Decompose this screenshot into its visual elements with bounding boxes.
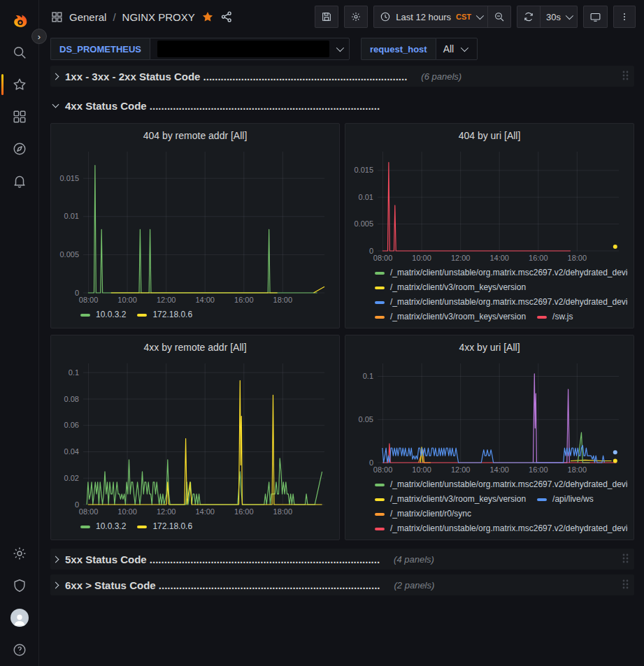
svg-text:0.005: 0.005: [59, 250, 79, 259]
legend-swatch: [375, 484, 385, 486]
svg-text:14:00: 14:00: [195, 296, 215, 304]
row-title: 6xx > Status Code ......................…: [65, 579, 380, 591]
legend-item[interactable]: /_matrix/client/unstable/org.matrix.msc2…: [375, 478, 628, 491]
svg-text:12:00: 12:00: [451, 254, 471, 262]
svg-text:0.04: 0.04: [64, 447, 79, 456]
sidebar-item-help[interactable]: [0, 634, 39, 666]
sidebar-item-explore[interactable]: [0, 133, 39, 165]
breadcrumb-separator: /: [113, 11, 115, 23]
zoom-out-icon: [494, 11, 505, 22]
svg-text:14:00: 14:00: [195, 507, 215, 516]
svg-text:16:00: 16:00: [234, 507, 254, 516]
breadcrumb-section[interactable]: General: [69, 11, 106, 23]
panel-title[interactable]: 404 by uri [All]: [351, 126, 628, 145]
sidebar-item-dashboards[interactable]: [0, 101, 39, 133]
drag-handle-icon[interactable]: [622, 553, 629, 566]
panel-title[interactable]: 4xx by uri [All]: [351, 338, 628, 356]
legend-item[interactable]: /_matrix/client/unstable/org.matrix.msc2…: [375, 266, 628, 280]
legend-item[interactable]: 10.0.3.2: [80, 308, 126, 321]
row-panel-count: (4 panels): [394, 554, 434, 565]
legend-label: /_matrix/client/unstable/org.matrix.msc2…: [390, 522, 628, 534]
legend-item[interactable]: /_matrix/client/v3/room_keys/version: [375, 493, 526, 506]
row-1xx-3xx-2xx[interactable]: 1xx - 3xx - 2xx Status Code ............…: [50, 66, 634, 87]
row-5xx[interactable]: 5xx Status Code ........................…: [50, 549, 634, 570]
svg-text:0.015: 0.015: [59, 174, 79, 182]
legend-swatch: [137, 526, 147, 528]
breadcrumb-page-title[interactable]: NGINX PROXY: [122, 11, 195, 23]
legend-item[interactable]: /_matrix/client/unstable/org.matrix.msc2…: [375, 296, 628, 309]
refresh-group: 30s: [517, 6, 578, 28]
time-range-picker[interactable]: Last 12 hours CST: [373, 6, 487, 28]
svg-text:18:00: 18:00: [568, 465, 587, 474]
timeseries-chart: 00.0050.010.01508:0010:0012:0014:0016:00…: [351, 145, 627, 263]
help-icon: [12, 642, 27, 658]
svg-text:0.08: 0.08: [64, 395, 79, 403]
sidebar-item-configuration[interactable]: [0, 537, 39, 570]
svg-text:18:00: 18:00: [273, 296, 293, 304]
svg-text:0.1: 0.1: [363, 372, 373, 380]
refresh-interval-picker[interactable]: 30s: [540, 6, 578, 28]
drag-handle-icon[interactable]: [622, 579, 629, 592]
sidebar-item-starred[interactable]: [0, 68, 39, 101]
legend-item[interactable]: 172.18.0.6: [137, 308, 192, 321]
legend-label: /_matrix/client/unstable/org.matrix.msc2…: [390, 266, 628, 280]
variable-request-host-label: request_host: [361, 38, 436, 60]
svg-text:0.05: 0.05: [359, 415, 373, 424]
svg-text:08:00: 08:00: [373, 254, 393, 262]
svg-text:0.005: 0.005: [354, 219, 373, 228]
legend-label: 172.18.0.6: [152, 520, 192, 533]
sidebar-item-alerting[interactable]: [0, 165, 39, 197]
more-options-button[interactable]: [613, 6, 636, 28]
svg-text:18:00: 18:00: [273, 507, 293, 516]
legend-item[interactable]: /_matrix/client/r0/sync: [375, 507, 471, 521]
save-dashboard-button[interactable]: [315, 6, 338, 28]
zoom-out-time-button[interactable]: [487, 6, 511, 28]
legend-item[interactable]: /api/live/ws: [537, 493, 594, 506]
sidebar-item-profile[interactable]: [0, 602, 39, 634]
dashboards-icon: [12, 109, 27, 124]
legend-swatch: [375, 498, 385, 501]
favorite-star-icon[interactable]: [201, 10, 214, 23]
legend-label: 10.0.3.2: [96, 520, 126, 533]
apps-grid-icon[interactable]: [50, 10, 63, 23]
tv-mode-button[interactable]: [583, 6, 608, 28]
share-icon[interactable]: [220, 10, 233, 23]
sidebar-expand-button[interactable]: ›: [31, 29, 47, 44]
variable-request-host-select[interactable]: All: [436, 38, 478, 60]
legend-item[interactable]: 10.0.3.2: [80, 520, 126, 533]
variable-datasource-select[interactable]: [150, 38, 350, 60]
legend-label: /sw.js: [552, 310, 573, 322]
dashboard-settings-button[interactable]: [344, 6, 368, 28]
chevron-down-icon: [336, 44, 344, 52]
chevron-right-icon: [52, 73, 59, 80]
variable-datasource: DS_PROMETHEUS: [50, 38, 350, 60]
refresh-button[interactable]: [517, 6, 540, 28]
legend-item[interactable]: /_matrix/client/unstable/org.matrix.msc2…: [375, 522, 628, 534]
panel-title[interactable]: 404 by remote addr [All]: [57, 126, 334, 145]
svg-text:0.1: 0.1: [69, 368, 79, 377]
legend-swatch: [375, 316, 385, 319]
compass-icon: [12, 141, 27, 157]
svg-text:10:00: 10:00: [412, 254, 431, 262]
gear-icon: [350, 11, 362, 22]
legend-swatch: [80, 526, 90, 528]
legend-item[interactable]: /_matrix/client/v3/room_keys/version: [375, 310, 526, 322]
svg-text:18:00: 18:00: [568, 254, 587, 262]
legend-item[interactable]: 172.18.0.6: [137, 520, 192, 533]
breadcrumb: General / NGINX PROXY: [50, 10, 233, 23]
legend-item[interactable]: /sw.js: [537, 310, 573, 322]
svg-text:0.01: 0.01: [64, 212, 79, 220]
row-panel-count: (2 panels): [394, 580, 435, 591]
panel-title[interactable]: 4xx by remote addr [All]: [57, 338, 334, 356]
gear-icon: [12, 546, 27, 561]
svg-text:10:00: 10:00: [117, 507, 137, 516]
person-icon: [12, 611, 27, 627]
svg-text:10:00: 10:00: [117, 296, 137, 304]
legend-item[interactable]: /_matrix/client/v3/room_keys/version: [375, 281, 526, 294]
sidebar-item-server-admin[interactable]: [0, 570, 39, 602]
timeseries-chart: 00.050.108:0010:0012:0014:0016:0018:00: [351, 356, 627, 475]
drag-handle-icon[interactable]: [622, 70, 629, 83]
row-6xx[interactable]: 6xx > Status Code ......................…: [50, 574, 634, 595]
panel-4xx-by-remote-addr: 4xx by remote addr [All] 00.020.040.060.…: [50, 335, 340, 540]
row-4xx[interactable]: 4xx Status Code ........................…: [50, 95, 634, 116]
